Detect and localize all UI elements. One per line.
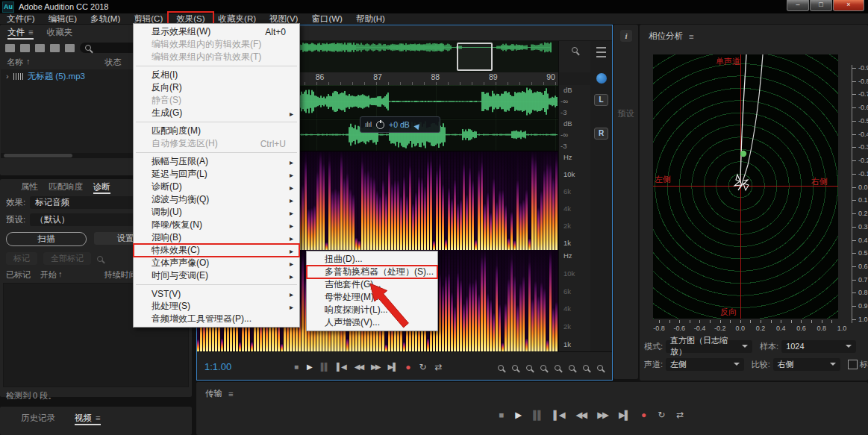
menu-item[interactable]: 立体声声像(O) — [134, 257, 299, 269]
phase-scope[interactable]: 单声道 左侧 右侧 反向 — [653, 54, 838, 319]
zoom-tool-button[interactable] — [583, 360, 589, 374]
menu-item[interactable]: 延迟与回声(L) — [134, 168, 299, 181]
menubar-item[interactable]: 文件(F) — [0, 13, 42, 24]
compare-select[interactable]: 右侧 — [773, 358, 840, 371]
menu-item[interactable]: 特殊效果(C) — [134, 244, 299, 257]
menu-item[interactable]: VST(V) — [134, 287, 299, 300]
menubar-item[interactable]: 剪辑(C) — [127, 13, 169, 24]
menu-item[interactable] — [134, 282, 299, 287]
menubar-item[interactable]: 编辑(E) — [42, 13, 84, 24]
mark-button[interactable]: 标记 — [6, 252, 37, 265]
zoom-navigator-icon[interactable] — [572, 47, 578, 53]
panel-menu-icon[interactable]: ≡ — [96, 410, 101, 425]
toolbar-icon[interactable] — [5, 44, 15, 52]
toolbar-icon[interactable] — [35, 44, 45, 52]
menubar-item[interactable]: 帮助(H) — [349, 13, 392, 24]
transport-button[interactable] — [575, 411, 586, 420]
menu-item[interactable]: 音频增效工具管理器(P)... — [134, 313, 299, 325]
menu-item[interactable]: 静音(S) — [134, 94, 299, 107]
pin-icon[interactable] — [413, 119, 423, 130]
sample-select[interactable]: 1024 — [781, 340, 856, 353]
menu-item[interactable] — [134, 119, 299, 125]
menu-item[interactable]: 编辑效果组内的音轨效果(T) — [134, 51, 299, 63]
panel-menu-icon[interactable]: ≡ — [28, 25, 34, 40]
transport-button[interactable] — [405, 363, 410, 372]
tab-files[interactable]: 文件 ≡ — [7, 25, 34, 40]
menu-item[interactable]: 反向(R) — [134, 81, 299, 94]
transport-button[interactable] — [641, 410, 646, 420]
menu-item[interactable] — [134, 150, 299, 155]
transport-button[interactable] — [294, 363, 299, 371]
overview-selection[interactable] — [457, 43, 493, 71]
toolbar-icon[interactable] — [20, 44, 30, 52]
zoom-tool-button[interactable] — [540, 360, 546, 374]
menu-item[interactable]: 振幅与压限(A) — [134, 155, 299, 168]
right-channel-badge[interactable]: R — [594, 128, 608, 140]
normalize-checkbox[interactable] — [848, 360, 858, 369]
menu-item[interactable]: 匹配响度(M) — [134, 125, 299, 137]
gain-value[interactable]: +0 dB — [389, 120, 410, 129]
minimize-button[interactable]: – — [787, 0, 809, 11]
zoom-tool-button[interactable] — [569, 360, 575, 374]
transport-button[interactable] — [307, 363, 313, 371]
transport-button[interactable] — [658, 410, 665, 420]
zoom-tool-button[interactable] — [512, 360, 518, 374]
menubar-item[interactable]: 视图(V) — [263, 13, 305, 24]
menu-item[interactable]: 显示效果组(W) Alt+0 — [134, 25, 299, 38]
menu-item[interactable]: 诊断(D) — [134, 181, 299, 193]
close-button[interactable]: × — [833, 0, 864, 11]
menubar-item[interactable]: 窗口(W) — [305, 13, 349, 24]
transport-button[interactable] — [371, 363, 379, 371]
column-duration[interactable]: 持续时间 — [104, 269, 137, 281]
transport-button[interactable] — [355, 363, 363, 371]
zoom-tool-button[interactable] — [555, 360, 561, 374]
transport-button[interactable] — [597, 411, 608, 420]
transport-button[interactable] — [419, 363, 427, 372]
menu-item[interactable]: 生成(G) — [134, 107, 299, 119]
menu-item[interactable]: 反相(I) — [134, 69, 299, 81]
tab-diagnostics[interactable]: 诊断 — [93, 179, 110, 194]
info-icon[interactable]: i — [620, 30, 632, 42]
submenu-item[interactable]: 多普勒换档器（处理）(S)... — [307, 266, 437, 278]
mode-select[interactable]: 直方图（日志缩放） — [666, 340, 752, 353]
collapsed-preset-label[interactable]: 预设 — [613, 108, 638, 119]
transport-button[interactable] — [619, 411, 630, 420]
zoom-tool-button[interactable] — [498, 360, 504, 374]
transport-button[interactable] — [533, 411, 542, 420]
menu-item[interactable]: 调制(U) — [134, 206, 299, 219]
menu-item[interactable]: 混响(B) — [134, 231, 299, 244]
expand-chevron-icon[interactable]: › — [6, 72, 9, 81]
menu-item[interactable]: 批处理(S) — [134, 300, 299, 313]
menu-item[interactable]: 时间与变调(E) — [134, 269, 299, 282]
menubar-item[interactable]: 效果(S) — [169, 13, 211, 24]
transport-button[interactable] — [321, 363, 328, 371]
zoom-tool-button[interactable] — [526, 360, 532, 374]
panel-menu-icon[interactable]: ≡ — [689, 32, 694, 41]
toolbar-icon[interactable] — [50, 44, 60, 52]
tab-properties[interactable]: 属性 — [21, 179, 38, 194]
gain-knob-icon[interactable] — [376, 121, 384, 129]
column-status[interactable]: 状态 — [105, 57, 122, 68]
menu-item[interactable]: 滤波与均衡(Q) — [134, 193, 299, 206]
channel-select[interactable]: 左侧 — [666, 358, 744, 371]
scan-button[interactable]: 扫描 — [6, 232, 87, 246]
column-start[interactable]: 开始 — [40, 269, 57, 281]
tab-video[interactable]: 视频 ≡ — [75, 410, 101, 425]
tab-match-loudness[interactable]: 匹配响度 — [49, 179, 83, 194]
transport-button[interactable] — [553, 411, 564, 420]
left-channel-badge[interactable]: L — [594, 94, 608, 106]
panel-menu-icon[interactable]: ≡ — [228, 389, 234, 398]
transport-button[interactable] — [676, 410, 684, 420]
panel-options-icon[interactable] — [596, 47, 606, 57]
monitor-icon[interactable] — [596, 73, 607, 84]
menubar-item[interactable]: 多轨(M) — [84, 13, 127, 24]
transport-button[interactable] — [387, 363, 397, 371]
tab-favorites[interactable]: 收藏夹 — [47, 25, 73, 40]
filter-search-icon[interactable] — [97, 256, 103, 262]
transport-button[interactable] — [499, 411, 504, 420]
gain-hud[interactable]: ılıl +0 dB — [360, 116, 440, 133]
transport-button[interactable] — [515, 411, 522, 420]
submenu-item[interactable]: 扭曲(D)... — [307, 253, 437, 266]
transport-button[interactable] — [435, 363, 443, 372]
zoom-level[interactable]: 1:1.00 — [204, 361, 251, 372]
